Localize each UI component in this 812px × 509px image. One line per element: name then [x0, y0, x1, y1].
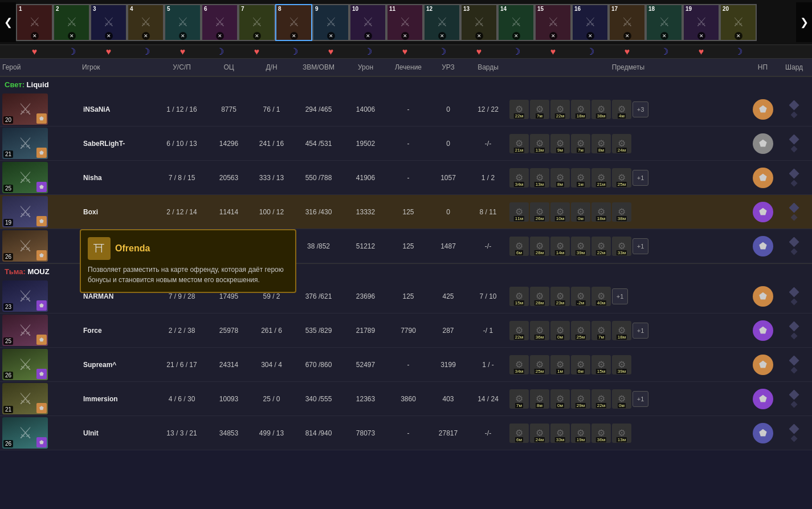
th-lech: Лечение: [387, 63, 430, 71]
carousel-item[interactable]: 8 ⚔ ✕: [275, 4, 312, 41]
player-name: Immersion: [82, 395, 156, 403]
shard-cell: [778, 424, 810, 442]
player-kda: 1 / 12 / 16: [156, 105, 207, 113]
item-slot: ⚙ 8м: [550, 168, 570, 188]
hero-level: 25: [3, 337, 13, 345]
item-slot: ⚙ 28м: [530, 237, 549, 256]
carousel-item[interactable]: 11 ⚔ ✕: [386, 4, 423, 41]
hero-cell: ⚔ 21 ⬟: [2, 383, 82, 414]
carousel-item[interactable]: 14 ⚔ ✕: [497, 4, 534, 41]
player-dn: 304 / 4: [250, 361, 293, 369]
player-dn: 100 / 12: [250, 208, 293, 216]
item-slot: ⚙ 34м: [509, 355, 529, 374]
player-kda: 7 / 9 / 28: [156, 292, 207, 300]
carousel-item[interactable]: 15 ⚔ ✕: [534, 4, 572, 41]
item-plus: +1: [633, 391, 648, 407]
tooltip-overlay: ⛩ Оfrenda Позволяет разместить на карте …: [80, 229, 296, 293]
player-zvm: 376 /621: [293, 292, 344, 300]
item-slot: ⚙ 26м: [530, 202, 549, 222]
carousel-item[interactable]: 6 ⚔ ✕: [201, 4, 238, 41]
player-urz: 425: [430, 292, 467, 300]
player-row[interactable]: ⚔ 19 ⬟ Boxi 2 / 12 / 14 11414 100 / 12 3…: [0, 195, 812, 229]
carousel-item[interactable]: 16 ⚔ ✕: [572, 4, 609, 41]
team-icon-slot: ☽: [720, 46, 757, 57]
team-icon-slot: ☽: [53, 46, 90, 57]
item-slot: ⚙ 7м: [571, 134, 590, 153]
player-vard: -/-: [467, 429, 509, 437]
carousel-item[interactable]: 12 ⚔ ✕: [423, 4, 460, 41]
carousel-item[interactable]: 3 ⚔ ✕: [90, 4, 127, 41]
th-shard: Шард: [778, 63, 810, 71]
carousel-item[interactable]: 4 ⚔ ✕: [127, 4, 164, 41]
items-cell: ⚙ 7м ⚙ 8м ⚙ 0м ⚙ 29м ⚙ 22м ⚙ 0м +1: [509, 389, 747, 409]
carousel-item[interactable]: 18 ⚔ ✕: [646, 4, 683, 41]
player-name: Nisha: [82, 174, 156, 182]
item-slot: ⚙ 15м: [591, 355, 611, 374]
items-cell: ⚙ 34м ⚙ 25м ⚙ 1м ⚙ 6м ⚙ 15м ⚙ 39м: [509, 355, 747, 374]
carousel-item[interactable]: 5 ⚔ ✕: [164, 4, 201, 41]
player-row[interactable]: ⚔ 25 ⬟ Nisha 7 / 8 / 15 20563 333 / 13 5…: [0, 161, 812, 195]
shard-icon: [789, 203, 799, 221]
carousel-item[interactable]: 7 ⚔ ✕: [238, 4, 275, 41]
carousel-next[interactable]: ❯: [796, 2, 812, 42]
team-dark-name: MOUZ: [27, 267, 49, 276]
carousel-item[interactable]: 10 ⚔ ✕: [349, 4, 386, 41]
player-oz: 25978: [207, 327, 250, 335]
carousel-item[interactable]: 13 ⚔ ✕: [460, 4, 497, 41]
item-slot: ⚙ 9м: [550, 134, 570, 153]
carousel-item[interactable]: 1 ⚔ ✕: [16, 4, 53, 41]
player-row[interactable]: ⚔ 21 ⬟ SabeRLighT- 6 / 10 / 13 14296 241…: [0, 127, 812, 161]
hero-ability-icon: ⬟: [36, 113, 47, 124]
np-cell: ⬟: [747, 286, 778, 307]
team-icon-slot: ☽: [572, 46, 609, 57]
np-cell: ⬟: [747, 355, 778, 375]
team-icon: ☽: [142, 46, 150, 57]
team-icon-slot: ♥: [312, 46, 349, 57]
np-cell: ⬟: [747, 320, 778, 341]
player-uron: 41906: [344, 174, 387, 182]
carousel-item[interactable]: 20 ⚔ ✕: [720, 4, 757, 41]
team-icon-slot: ☽: [349, 46, 386, 57]
th-uron: Урон: [344, 63, 387, 71]
carousel-item[interactable]: 17 ⚔ ✕: [609, 4, 646, 41]
np-icon: ⬟: [753, 286, 773, 307]
th-kda: У/С/П: [156, 63, 207, 71]
player-urz: 287: [430, 327, 467, 335]
team-icon: ☽: [68, 46, 76, 57]
shard-icon: [789, 237, 799, 255]
player-vard: 8 / 11: [467, 208, 509, 216]
carousel-item[interactable]: 19 ⚔ ✕: [683, 4, 720, 41]
player-uron: 12363: [344, 395, 387, 403]
team-icon-slot: ☽: [275, 46, 312, 57]
item-slot: ⚙ 22м: [509, 321, 529, 340]
player-row-container: ⚔ 26 ⬟ Supream^ 21 / 6 / 17 24314 304 / …: [0, 348, 812, 382]
np-icon: ⬟: [753, 168, 773, 188]
team-icon: ♥: [254, 47, 260, 57]
player-lech: -: [387, 174, 430, 182]
item-slot: ⚙ 13м: [530, 168, 549, 188]
player-lech: 7790: [387, 327, 430, 335]
player-row[interactable]: ⚔ 20 ⬟ iNSaNiA 1 / 12 / 16 8775 76 / 1 2…: [0, 92, 812, 127]
shard-icon: [789, 356, 799, 374]
hero-portrait: ⚔ 25 ⬟: [2, 162, 48, 193]
player-name: Supream^: [82, 361, 156, 369]
hero-ability-icon: ⬟: [36, 300, 47, 311]
player-row[interactable]: ⚔ 25 ⬟ Force 2 / 2 / 38 25978 261 / 6 53…: [0, 313, 812, 348]
team-icon-slot: ♥: [164, 46, 201, 57]
items-cell: ⚙ 22м ⚙ 36м ⚙ 0м ⚙ 25м ⚙ 7м ⚙ 18м +1: [509, 321, 747, 340]
item-slot: ⚙ 7м: [530, 100, 549, 119]
team-icon: ♥: [476, 47, 482, 57]
team-icon-slot: ♥: [683, 46, 720, 57]
player-zvm: 316 /430: [293, 208, 344, 216]
carousel-prev[interactable]: ❮: [0, 2, 16, 42]
hero-cell: ⚔ 26 ⬟: [2, 230, 82, 262]
item-slot: ⚙ 0м: [550, 321, 570, 340]
player-row[interactable]: ⚔ 21 ⬟ Immersion 4 / 6 / 30 10093 25 / 0…: [0, 382, 812, 416]
player-row[interactable]: ⚔ 26 ⬟ Supream^ 21 / 6 / 17 24314 304 / …: [0, 348, 812, 382]
carousel-item[interactable]: 2 ⚔ ✕: [53, 4, 90, 41]
item-slot: ⚙ 22м: [550, 100, 570, 119]
player-row[interactable]: ⚔ 26 ⬟ Ulnit 13 / 3 / 21 34853 499 / 13 …: [0, 416, 812, 450]
carousel-item[interactable]: 9 ⚔ ✕: [312, 4, 349, 41]
item-slot: ⚙ 7м: [509, 389, 529, 409]
item-slot: ⚙ 4м: [612, 100, 631, 119]
